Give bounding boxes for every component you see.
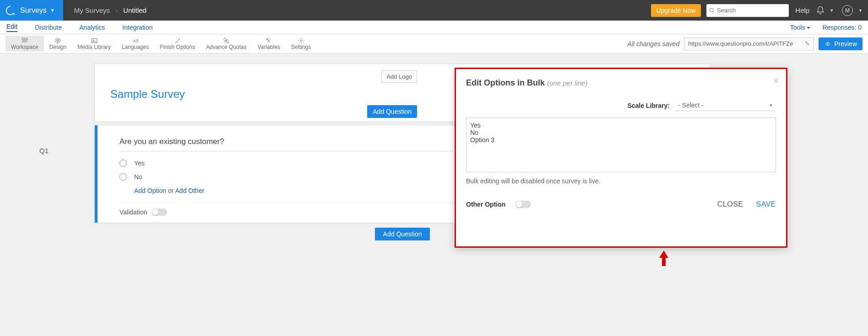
modal-footer: Other Option CLOSE SAVE <box>466 200 776 208</box>
tool-label: Variables <box>258 44 280 50</box>
responses-count[interactable]: Responses: 0 <box>822 24 862 31</box>
tool-languages[interactable]: A文Languages <box>116 36 154 52</box>
other-option-toggle[interactable] <box>515 201 531 208</box>
topbar: Surveys ▼ My Surveys › Untitled Upgrade … <box>0 0 868 21</box>
svg-point-6 <box>56 40 57 41</box>
validation-label: Validation <box>119 208 147 216</box>
tool-workspace[interactable]: Workspace <box>5 36 44 52</box>
tool-design[interactable]: Design <box>44 36 72 52</box>
preview-label: Preview <box>834 40 857 48</box>
breadcrumb: My Surveys › Untitled <box>74 6 146 14</box>
tool-finish[interactable]: Finish Options <box>154 36 201 52</box>
question-number: Q1 <box>39 147 49 155</box>
tool-label: Media Library <box>77 44 111 50</box>
close-icon[interactable]: × <box>773 75 779 86</box>
search-box[interactable] <box>706 4 789 17</box>
tool-label: Settings <box>291 44 311 50</box>
tool-label: Finish Options <box>160 44 195 50</box>
eye-icon <box>824 41 831 47</box>
edit-bulk-modal: Edit Options in Bulk (one per line) × Sc… <box>455 68 787 248</box>
svg-rect-2 <box>22 38 27 40</box>
add-question-button-center[interactable]: Add Question <box>375 228 430 240</box>
svg-point-5 <box>55 38 60 43</box>
add-option-link[interactable]: Add Option <box>134 187 166 194</box>
annotation-arrow-icon <box>657 251 670 269</box>
search-icon <box>709 7 715 14</box>
svg-point-8 <box>57 41 58 42</box>
svg-point-14 <box>224 38 226 41</box>
other-option-label: Other Option <box>466 201 505 208</box>
editor-toolbar: Workspace Design Media Library A文Languag… <box>0 34 868 53</box>
tool-variables[interactable]: Variables <box>252 36 286 52</box>
crumb-my-surveys[interactable]: My Surveys <box>74 6 110 14</box>
help-link[interactable]: Help <box>795 6 809 14</box>
avatar[interactable]: M <box>842 5 853 16</box>
main-nav: Edit Distribute Analytics Integration To… <box>0 21 868 34</box>
tool-settings[interactable]: Settings <box>286 36 316 52</box>
crumb-current: Untitled <box>123 6 146 14</box>
validation-toggle[interactable] <box>152 208 167 216</box>
svg-point-19 <box>827 43 829 44</box>
save-button[interactable]: SAVE <box>756 200 776 208</box>
chevron-right-icon: › <box>115 6 118 14</box>
scale-library-row: Scale Library: - Select - ▼ <box>466 100 776 111</box>
bulk-hint: Bulk editing will be disabled once surve… <box>466 177 776 185</box>
tool-advance-quotas[interactable]: Advance Quotas <box>201 36 252 52</box>
notifications-icon[interactable] <box>816 6 825 15</box>
add-logo-button[interactable]: Add Logo <box>381 70 417 83</box>
caret-down-icon: ▼ <box>858 8 863 13</box>
caret-down-icon: ▼ <box>50 8 55 13</box>
brand-menu[interactable]: Surveys ▼ <box>0 0 63 21</box>
tab-edit[interactable]: Edit <box>6 23 17 32</box>
close-button[interactable]: CLOSE <box>717 200 743 208</box>
bulk-options-textarea[interactable] <box>466 117 776 172</box>
tool-label: Design <box>49 44 66 50</box>
url-text: https://www.questionpro.com/t/APITFZe <box>688 40 793 47</box>
svg-point-0 <box>710 8 713 11</box>
modal-subtitle: (one per line) <box>547 79 587 87</box>
tab-distribute[interactable]: Distribute <box>35 24 62 31</box>
save-status: All changes saved <box>628 40 680 48</box>
brand-label: Surveys <box>20 6 47 15</box>
svg-line-1 <box>713 11 714 12</box>
survey-url[interactable]: https://www.questionpro.com/t/APITFZe ✎ <box>684 37 814 50</box>
svg-point-7 <box>58 40 59 41</box>
svg-text:文: 文 <box>136 39 139 43</box>
select-value: - Select - <box>678 101 704 109</box>
option-label: No <box>134 173 142 181</box>
svg-point-15 <box>226 41 228 43</box>
svg-point-10 <box>92 40 94 41</box>
tool-label: Languages <box>122 44 149 50</box>
tool-media[interactable]: Media Library <box>72 36 116 52</box>
option-label: Yes <box>134 160 145 167</box>
upgrade-button[interactable]: Upgrade Now <box>651 4 701 17</box>
radio-icon[interactable] <box>119 160 127 167</box>
tool-label: Workspace <box>11 44 38 50</box>
search-input[interactable] <box>717 7 786 14</box>
scale-library-label: Scale Library: <box>627 102 670 109</box>
topbar-right: Upgrade Now Help ▼ M ▼ <box>651 0 868 21</box>
radio-icon[interactable] <box>119 173 127 181</box>
pencil-icon[interactable]: ✎ <box>802 40 810 47</box>
caret-down-icon: ▼ <box>769 103 773 108</box>
or-text: or <box>166 187 175 194</box>
add-other-link[interactable]: Add Other <box>175 187 205 194</box>
svg-rect-17 <box>267 38 268 40</box>
tool-label: Advance Quotas <box>206 44 247 50</box>
logo-icon <box>5 5 16 16</box>
preview-button[interactable]: Preview <box>819 37 863 50</box>
svg-point-18 <box>300 40 302 42</box>
tab-integration[interactable]: Integration <box>122 24 152 31</box>
tab-analytics[interactable]: Analytics <box>79 24 105 31</box>
modal-title-text: Edit Options in Bulk <box>466 78 545 87</box>
caret-down-icon: ▼ <box>830 8 834 13</box>
scale-library-select[interactable]: - Select - ▼ <box>675 100 776 111</box>
modal-title: Edit Options in Bulk (one per line) <box>466 78 776 88</box>
add-question-button[interactable]: Add Question <box>367 105 417 118</box>
tools-menu[interactable]: Tools <box>790 24 811 31</box>
